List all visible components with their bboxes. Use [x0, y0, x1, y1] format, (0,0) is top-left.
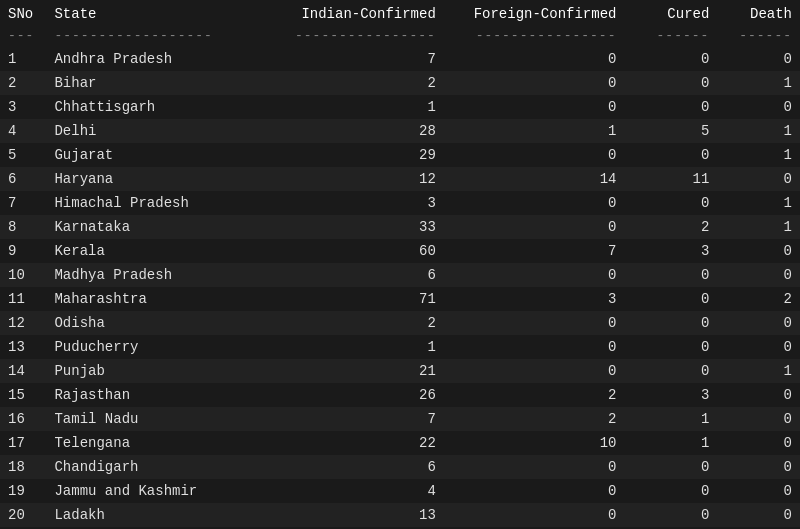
- table-row: 7Himachal Pradesh3001: [0, 191, 800, 215]
- cell-state: Chhattisgarh: [46, 95, 237, 119]
- cell-indian: 1: [237, 335, 443, 359]
- cell-death: 0: [717, 407, 800, 431]
- table-row: 17Telengana221010: [0, 431, 800, 455]
- cell-state: Puducherry: [46, 335, 237, 359]
- cell-state: Delhi: [46, 119, 237, 143]
- cell-foreign: 0: [444, 215, 625, 239]
- cell-state: Chandigarh: [46, 455, 237, 479]
- cell-foreign: 3: [444, 287, 625, 311]
- cell-sno: 8: [0, 215, 46, 239]
- cell-sno: 2: [0, 71, 46, 95]
- table-row: 6Haryana1214110: [0, 167, 800, 191]
- cell-state: Kerala: [46, 239, 237, 263]
- cell-indian: 2: [237, 71, 443, 95]
- cell-state: Odisha: [46, 311, 237, 335]
- cell-cured: 0: [624, 95, 717, 119]
- table-row: 18Chandigarh6000: [0, 455, 800, 479]
- cell-foreign: 0: [444, 335, 625, 359]
- covid-data-table: SNo State Indian-Confirmed Foreign-Confi…: [0, 0, 800, 529]
- cell-state: Telengana: [46, 431, 237, 455]
- cell-foreign: 14: [444, 167, 625, 191]
- cell-state: Jammu and Kashmir: [46, 479, 237, 503]
- cell-death: 0: [717, 311, 800, 335]
- cell-cured: 1: [624, 407, 717, 431]
- cell-sno: 3: [0, 95, 46, 119]
- sep-death: ------: [717, 28, 800, 47]
- cell-cured: 11: [624, 167, 717, 191]
- cell-foreign: 0: [444, 359, 625, 383]
- cell-sno: 20: [0, 503, 46, 527]
- cell-indian: 29: [237, 143, 443, 167]
- cell-foreign: 2: [444, 383, 625, 407]
- header-death: Death: [717, 0, 800, 28]
- cell-foreign: 1: [444, 119, 625, 143]
- cell-sno: 13: [0, 335, 46, 359]
- cell-death: 0: [717, 479, 800, 503]
- cell-state: Andhra Pradesh: [46, 47, 237, 71]
- cell-state: Tamil Nadu: [46, 407, 237, 431]
- table-row: 4Delhi28151: [0, 119, 800, 143]
- cell-foreign: 0: [444, 47, 625, 71]
- cell-sno: 7: [0, 191, 46, 215]
- cell-indian: 7: [237, 47, 443, 71]
- table-row: 9Kerala60730: [0, 239, 800, 263]
- cell-indian: 60: [237, 239, 443, 263]
- cell-death: 0: [717, 503, 800, 527]
- cell-sno: 19: [0, 479, 46, 503]
- cell-indian: 21: [237, 359, 443, 383]
- cell-death: 1: [717, 143, 800, 167]
- cell-cured: 0: [624, 335, 717, 359]
- cell-death: 0: [717, 263, 800, 287]
- cell-sno: 10: [0, 263, 46, 287]
- cell-cured: 0: [624, 455, 717, 479]
- cell-sno: 15: [0, 383, 46, 407]
- cell-sno: 6: [0, 167, 46, 191]
- cell-sno: 5: [0, 143, 46, 167]
- cell-death: 0: [717, 95, 800, 119]
- cell-death: 1: [717, 359, 800, 383]
- table-row: 5Gujarat29001: [0, 143, 800, 167]
- cell-indian: 22: [237, 431, 443, 455]
- cell-death: 0: [717, 335, 800, 359]
- cell-cured: 0: [624, 311, 717, 335]
- cell-state: Gujarat: [46, 143, 237, 167]
- cell-sno: 9: [0, 239, 46, 263]
- cell-cured: 2: [624, 215, 717, 239]
- cell-foreign: 0: [444, 311, 625, 335]
- cell-foreign: 7: [444, 239, 625, 263]
- cell-state: Himachal Pradesh: [46, 191, 237, 215]
- cell-foreign: 0: [444, 71, 625, 95]
- table-row: 19Jammu and Kashmir4000: [0, 479, 800, 503]
- table-row: 11Maharashtra71302: [0, 287, 800, 311]
- cell-death: 0: [717, 455, 800, 479]
- cell-cured: 0: [624, 143, 717, 167]
- cell-death: 1: [717, 119, 800, 143]
- table-row: 16Tamil Nadu7210: [0, 407, 800, 431]
- cell-state: Karnataka: [46, 215, 237, 239]
- table-row: 8Karnataka33021: [0, 215, 800, 239]
- cell-sno: 12: [0, 311, 46, 335]
- cell-indian: 33: [237, 215, 443, 239]
- cell-sno: 1: [0, 47, 46, 71]
- cell-cured: 3: [624, 383, 717, 407]
- cell-foreign: 0: [444, 95, 625, 119]
- header-sno: SNo: [0, 0, 46, 28]
- cell-death: 0: [717, 167, 800, 191]
- cell-state: Bihar: [46, 71, 237, 95]
- cell-foreign: 10: [444, 431, 625, 455]
- table-row: 13Puducherry1000: [0, 335, 800, 359]
- cell-sno: 4: [0, 119, 46, 143]
- cell-state: Punjab: [46, 359, 237, 383]
- table-row: 2Bihar2001: [0, 71, 800, 95]
- cell-indian: 71: [237, 287, 443, 311]
- separator-row: --- ------------------ ---------------- …: [0, 28, 800, 47]
- sep-indian: ----------------: [237, 28, 443, 47]
- cell-foreign: 0: [444, 143, 625, 167]
- cell-foreign: 2: [444, 407, 625, 431]
- cell-foreign: 0: [444, 191, 625, 215]
- header-state: State: [46, 0, 237, 28]
- cell-death: 1: [717, 215, 800, 239]
- cell-indian: 4: [237, 479, 443, 503]
- cell-cured: 0: [624, 71, 717, 95]
- cell-indian: 12: [237, 167, 443, 191]
